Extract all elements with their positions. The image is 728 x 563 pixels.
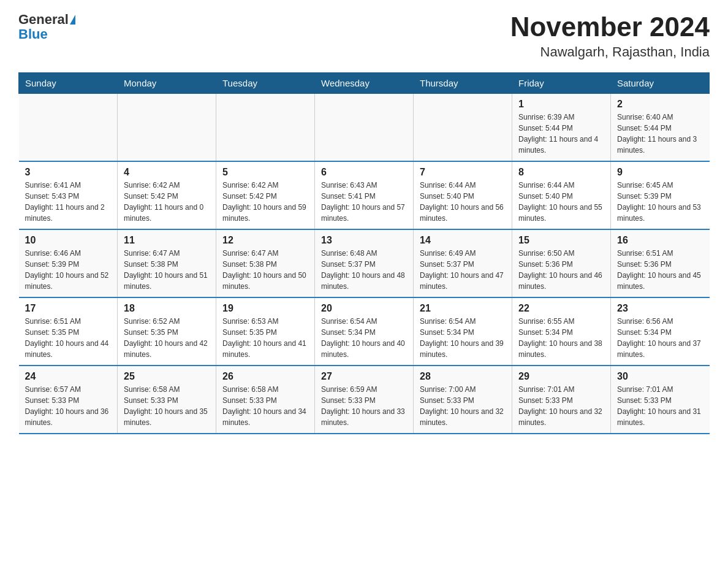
day-info: Sunrise: 6:41 AM Sunset: 5:43 PM Dayligh… — [25, 180, 112, 224]
day-number: 2 — [617, 99, 703, 110]
day-info: Sunrise: 6:39 AM Sunset: 5:44 PM Dayligh… — [518, 112, 604, 156]
day-header-wednesday: Wednesday — [315, 73, 414, 94]
day-info: Sunrise: 6:54 AM Sunset: 5:34 PM Dayligh… — [420, 316, 506, 360]
day-number: 6 — [321, 167, 407, 178]
calendar-cell: 10Sunrise: 6:46 AM Sunset: 5:39 PM Dayli… — [19, 229, 118, 297]
calendar-cell: 20Sunrise: 6:54 AM Sunset: 5:34 PM Dayli… — [315, 297, 414, 366]
calendar-body: 1Sunrise: 6:39 AM Sunset: 5:44 PM Daylig… — [19, 94, 710, 434]
calendar-cell: 15Sunrise: 6:50 AM Sunset: 5:36 PM Dayli… — [512, 229, 611, 297]
day-number: 11 — [124, 235, 210, 246]
day-number: 28 — [420, 371, 506, 382]
calendar-cell: 8Sunrise: 6:44 AM Sunset: 5:40 PM Daylig… — [512, 161, 611, 229]
day-number: 7 — [420, 167, 506, 178]
calendar-cell: 2Sunrise: 6:40 AM Sunset: 5:44 PM Daylig… — [611, 94, 710, 162]
day-number: 13 — [321, 235, 407, 246]
day-number: 29 — [518, 371, 604, 382]
calendar-cell: 7Sunrise: 6:44 AM Sunset: 5:40 PM Daylig… — [414, 161, 512, 229]
day-number: 18 — [124, 303, 210, 314]
day-number: 20 — [321, 303, 407, 314]
calendar-cell: 12Sunrise: 6:47 AM Sunset: 5:38 PM Dayli… — [216, 229, 315, 297]
calendar-cell: 9Sunrise: 6:45 AM Sunset: 5:39 PM Daylig… — [611, 161, 710, 229]
day-info: Sunrise: 7:00 AM Sunset: 5:33 PM Dayligh… — [420, 384, 506, 428]
day-info: Sunrise: 6:49 AM Sunset: 5:37 PM Dayligh… — [420, 248, 506, 292]
day-number: 5 — [222, 167, 308, 178]
day-info: Sunrise: 6:47 AM Sunset: 5:38 PM Dayligh… — [124, 248, 210, 292]
day-header-tuesday: Tuesday — [216, 73, 315, 94]
day-info: Sunrise: 6:46 AM Sunset: 5:39 PM Dayligh… — [25, 248, 112, 292]
day-info: Sunrise: 6:53 AM Sunset: 5:35 PM Dayligh… — [222, 316, 308, 360]
day-info: Sunrise: 6:48 AM Sunset: 5:37 PM Dayligh… — [321, 248, 407, 292]
calendar-week-row: 24Sunrise: 6:57 AM Sunset: 5:33 PM Dayli… — [19, 366, 710, 434]
title-block: November 2024 Nawalgarh, Rajasthan, Indi… — [510, 12, 710, 60]
calendar-cell: 24Sunrise: 6:57 AM Sunset: 5:33 PM Dayli… — [19, 366, 118, 434]
calendar-cell: 27Sunrise: 6:59 AM Sunset: 5:33 PM Dayli… — [315, 366, 414, 434]
day-info: Sunrise: 6:58 AM Sunset: 5:33 PM Dayligh… — [124, 384, 210, 428]
logo-triangle-icon — [70, 15, 75, 25]
day-number: 12 — [222, 235, 308, 246]
calendar-cell: 1Sunrise: 6:39 AM Sunset: 5:44 PM Daylig… — [512, 94, 611, 162]
header-row: SundayMondayTuesdayWednesdayThursdayFrid… — [19, 73, 710, 94]
logo: General Blue — [18, 12, 75, 42]
page-subtitle: Nawalgarh, Rajasthan, India — [510, 44, 710, 60]
day-info: Sunrise: 6:43 AM Sunset: 5:41 PM Dayligh… — [321, 180, 407, 224]
day-number: 25 — [124, 371, 210, 382]
day-info: Sunrise: 6:51 AM Sunset: 5:35 PM Dayligh… — [25, 316, 112, 360]
calendar-cell: 30Sunrise: 7:01 AM Sunset: 5:33 PM Dayli… — [611, 366, 710, 434]
logo-blue-text: Blue — [18, 27, 48, 42]
day-info: Sunrise: 6:54 AM Sunset: 5:34 PM Dayligh… — [321, 316, 407, 360]
day-number: 19 — [222, 303, 308, 314]
calendar-cell: 6Sunrise: 6:43 AM Sunset: 5:41 PM Daylig… — [315, 161, 414, 229]
calendar-cell: 3Sunrise: 6:41 AM Sunset: 5:43 PM Daylig… — [19, 161, 118, 229]
day-number: 21 — [420, 303, 506, 314]
calendar-cell: 4Sunrise: 6:42 AM Sunset: 5:42 PM Daylig… — [118, 161, 216, 229]
day-info: Sunrise: 6:42 AM Sunset: 5:42 PM Dayligh… — [222, 180, 308, 224]
calendar-week-row: 3Sunrise: 6:41 AM Sunset: 5:43 PM Daylig… — [19, 161, 710, 229]
day-info: Sunrise: 6:57 AM Sunset: 5:33 PM Dayligh… — [25, 384, 112, 428]
calendar-week-row: 10Sunrise: 6:46 AM Sunset: 5:39 PM Dayli… — [19, 229, 710, 297]
day-info: Sunrise: 6:58 AM Sunset: 5:33 PM Dayligh… — [222, 384, 308, 428]
calendar-cell — [19, 94, 118, 162]
day-number: 1 — [518, 99, 604, 110]
calendar-cell: 5Sunrise: 6:42 AM Sunset: 5:42 PM Daylig… — [216, 161, 315, 229]
day-number: 9 — [617, 167, 703, 178]
calendar-cell: 23Sunrise: 6:56 AM Sunset: 5:34 PM Dayli… — [611, 297, 710, 366]
page-title: November 2024 — [510, 12, 710, 42]
calendar-cell — [118, 94, 216, 162]
day-info: Sunrise: 6:51 AM Sunset: 5:36 PM Dayligh… — [617, 248, 703, 292]
calendar-cell: 25Sunrise: 6:58 AM Sunset: 5:33 PM Dayli… — [118, 366, 216, 434]
calendar-cell: 28Sunrise: 7:00 AM Sunset: 5:33 PM Dayli… — [414, 366, 512, 434]
day-number: 15 — [518, 235, 604, 246]
day-info: Sunrise: 6:45 AM Sunset: 5:39 PM Dayligh… — [617, 180, 703, 224]
day-info: Sunrise: 6:52 AM Sunset: 5:35 PM Dayligh… — [124, 316, 210, 360]
day-header-saturday: Saturday — [611, 73, 710, 94]
day-number: 17 — [25, 303, 112, 314]
day-info: Sunrise: 6:56 AM Sunset: 5:34 PM Dayligh… — [617, 316, 703, 360]
day-info: Sunrise: 6:42 AM Sunset: 5:42 PM Dayligh… — [124, 180, 210, 224]
day-info: Sunrise: 6:44 AM Sunset: 5:40 PM Dayligh… — [518, 180, 604, 224]
calendar-cell: 29Sunrise: 7:01 AM Sunset: 5:33 PM Dayli… — [512, 366, 611, 434]
day-number: 26 — [222, 371, 308, 382]
day-info: Sunrise: 6:50 AM Sunset: 5:36 PM Dayligh… — [518, 248, 604, 292]
day-number: 10 — [25, 235, 112, 246]
day-number: 27 — [321, 371, 407, 382]
calendar-cell: 14Sunrise: 6:49 AM Sunset: 5:37 PM Dayli… — [414, 229, 512, 297]
calendar-cell — [414, 94, 512, 162]
day-number: 23 — [617, 303, 703, 314]
calendar-cell: 19Sunrise: 6:53 AM Sunset: 5:35 PM Dayli… — [216, 297, 315, 366]
day-number: 30 — [617, 371, 703, 382]
calendar-cell: 16Sunrise: 6:51 AM Sunset: 5:36 PM Dayli… — [611, 229, 710, 297]
day-number: 8 — [518, 167, 604, 178]
day-number: 3 — [25, 167, 112, 178]
day-header-thursday: Thursday — [414, 73, 512, 94]
day-number: 24 — [25, 371, 112, 382]
day-info: Sunrise: 6:55 AM Sunset: 5:34 PM Dayligh… — [518, 316, 604, 360]
day-number: 4 — [124, 167, 210, 178]
day-info: Sunrise: 7:01 AM Sunset: 5:33 PM Dayligh… — [518, 384, 604, 428]
day-header-monday: Monday — [118, 73, 216, 94]
calendar-cell: 17Sunrise: 6:51 AM Sunset: 5:35 PM Dayli… — [19, 297, 118, 366]
calendar-week-row: 1Sunrise: 6:39 AM Sunset: 5:44 PM Daylig… — [19, 94, 710, 162]
calendar-cell: 22Sunrise: 6:55 AM Sunset: 5:34 PM Dayli… — [512, 297, 611, 366]
day-header-sunday: Sunday — [19, 73, 118, 94]
page-header: General Blue November 2024 Nawalgarh, Ra… — [18, 12, 710, 60]
calendar-cell: 18Sunrise: 6:52 AM Sunset: 5:35 PM Dayli… — [118, 297, 216, 366]
